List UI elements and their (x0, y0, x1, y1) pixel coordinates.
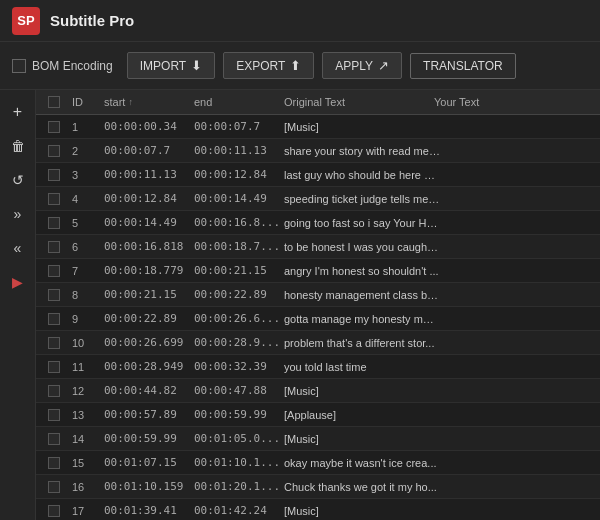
row-select-checkbox[interactable] (48, 289, 60, 301)
header-checkbox[interactable] (40, 96, 68, 108)
table-row[interactable]: 16 00:01:10.159 00:01:20.1... Chuck than… (36, 475, 600, 499)
cell-id: 17 (68, 505, 104, 517)
table-row[interactable]: 1 00:00:00.34 00:00:07.7 [Music] (36, 115, 600, 139)
cell-start: 00:01:07.15 (104, 456, 194, 469)
table-row[interactable]: 10 00:00:26.699 00:00:28.9... problem th… (36, 331, 600, 355)
cell-end: 00:00:47.88 (194, 384, 284, 397)
row-select-checkbox[interactable] (48, 145, 60, 157)
cell-start: 00:00:28.949 (104, 360, 194, 373)
apply-button[interactable]: APPLY ↗ (322, 52, 402, 79)
cell-start: 00:01:39.41 (104, 504, 194, 517)
forward-button[interactable]: » (4, 200, 32, 228)
cell-end: 00:00:59.99 (194, 408, 284, 421)
refresh-button[interactable]: ↺ (4, 166, 32, 194)
table-row[interactable]: 7 00:00:18.779 00:00:21.15 angry I'm hon… (36, 259, 600, 283)
row-select-checkbox[interactable] (48, 385, 60, 397)
delete-subtitle-button[interactable]: 🗑 (4, 132, 32, 160)
translator-button[interactable]: TRANSLATOR (410, 53, 516, 79)
import-button[interactable]: IMPORT ⬇ (127, 52, 215, 79)
row-checkbox-cell (40, 361, 68, 373)
cell-id: 4 (68, 193, 104, 205)
row-checkbox-cell (40, 481, 68, 493)
cell-start: 00:00:18.779 (104, 264, 194, 277)
import-icon: ⬇ (191, 58, 202, 73)
table-row[interactable]: 9 00:00:22.89 00:00:26.6... gotta manage… (36, 307, 600, 331)
cell-end: 00:00:22.89 (194, 288, 284, 301)
select-all-checkbox[interactable] (48, 96, 60, 108)
cell-id: 14 (68, 433, 104, 445)
cell-end: 00:00:16.8... (194, 216, 284, 229)
header-original: Original Text (284, 96, 434, 108)
cell-start: 00:00:14.49 (104, 216, 194, 229)
row-checkbox-cell (40, 241, 68, 253)
header-start[interactable]: start ↑ (104, 96, 194, 108)
table-row[interactable]: 12 00:00:44.82 00:00:47.88 [Music] (36, 379, 600, 403)
back-button[interactable]: « (4, 234, 32, 262)
add-subtitle-button[interactable]: + (4, 98, 32, 126)
app-title: Subtitle Pro (50, 12, 134, 29)
cell-original-text: Chuck thanks we got it my ho... (284, 481, 440, 493)
media-button[interactable]: ▶ (4, 268, 32, 296)
cell-start: 00:00:12.84 (104, 192, 194, 205)
row-select-checkbox[interactable] (48, 169, 60, 181)
title-bar: SP Subtitle Pro (0, 0, 600, 42)
table-row[interactable]: 14 00:00:59.99 00:01:05.0... [Music] (36, 427, 600, 451)
row-select-checkbox[interactable] (48, 121, 60, 133)
row-select-checkbox[interactable] (48, 217, 60, 229)
table-row[interactable]: 15 00:01:07.15 00:01:10.1... okay maybe … (36, 451, 600, 475)
row-select-checkbox[interactable] (48, 409, 60, 421)
table-row[interactable]: 2 00:00:07.7 00:00:11.13 share your stor… (36, 139, 600, 163)
table-row[interactable]: 4 00:00:12.84 00:00:14.49 speeding ticke… (36, 187, 600, 211)
table-row[interactable]: 13 00:00:57.89 00:00:59.99 [Applause] (36, 403, 600, 427)
cell-original-text: you told last time (284, 361, 440, 373)
bom-encoding-group: BOM Encoding (12, 59, 113, 73)
table-header: ID start ↑ end Original Text Your Text (36, 90, 600, 115)
app-logo: SP (12, 7, 40, 35)
row-checkbox-cell (40, 505, 68, 517)
row-checkbox-cell (40, 193, 68, 205)
cell-original-text: going too fast so i say Your Ho... (284, 217, 440, 229)
cell-end: 00:01:05.0... (194, 432, 284, 445)
cell-start: 00:00:16.818 (104, 240, 194, 253)
row-select-checkbox[interactable] (48, 265, 60, 277)
cell-original-text: angry I'm honest so shouldn't ... (284, 265, 440, 277)
row-checkbox-cell (40, 289, 68, 301)
cell-start: 00:00:22.89 (104, 312, 194, 325)
cell-id: 3 (68, 169, 104, 181)
cell-original-text: speeding ticket judge tells me ... (284, 193, 440, 205)
cell-original-text: share your story with read me ... (284, 145, 440, 157)
row-checkbox-cell (40, 265, 68, 277)
table-row[interactable]: 11 00:00:28.949 00:00:32.39 you told las… (36, 355, 600, 379)
bom-encoding-checkbox[interactable] (12, 59, 26, 73)
import-label: IMPORT (140, 59, 186, 73)
row-select-checkbox[interactable] (48, 433, 60, 445)
table-row[interactable]: 5 00:00:14.49 00:00:16.8... going too fa… (36, 211, 600, 235)
row-select-checkbox[interactable] (48, 505, 60, 517)
cell-original-text: [Music] (284, 433, 440, 445)
row-select-checkbox[interactable] (48, 193, 60, 205)
cell-original-text: gotta manage my honesty mm... (284, 313, 440, 325)
row-select-checkbox[interactable] (48, 361, 60, 373)
cell-id: 13 (68, 409, 104, 421)
cell-end: 00:00:18.7... (194, 240, 284, 253)
cell-id: 5 (68, 217, 104, 229)
bom-encoding-label: BOM Encoding (32, 59, 113, 73)
cell-start: 00:00:21.15 (104, 288, 194, 301)
table-row[interactable]: 8 00:00:21.15 00:00:22.89 honesty manage… (36, 283, 600, 307)
cell-start: 00:00:44.82 (104, 384, 194, 397)
row-checkbox-cell (40, 385, 68, 397)
cell-original-text: problem that's a different stor... (284, 337, 440, 349)
header-your-text: Your Text (434, 96, 584, 108)
cell-end: 00:00:07.7 (194, 120, 284, 133)
row-select-checkbox[interactable] (48, 241, 60, 253)
row-select-checkbox[interactable] (48, 313, 60, 325)
table-row[interactable]: 6 00:00:16.818 00:00:18.7... to be hones… (36, 235, 600, 259)
export-button[interactable]: EXPORT ⬆ (223, 52, 314, 79)
row-select-checkbox[interactable] (48, 457, 60, 469)
header-id: ID (68, 96, 104, 108)
row-select-checkbox[interactable] (48, 481, 60, 493)
cell-original-text: to be honest I was you caught ... (284, 241, 440, 253)
table-row[interactable]: 3 00:00:11.13 00:00:12.84 last guy who s… (36, 163, 600, 187)
table-row[interactable]: 17 00:01:39.41 00:01:42.24 [Music] (36, 499, 600, 520)
row-select-checkbox[interactable] (48, 337, 60, 349)
